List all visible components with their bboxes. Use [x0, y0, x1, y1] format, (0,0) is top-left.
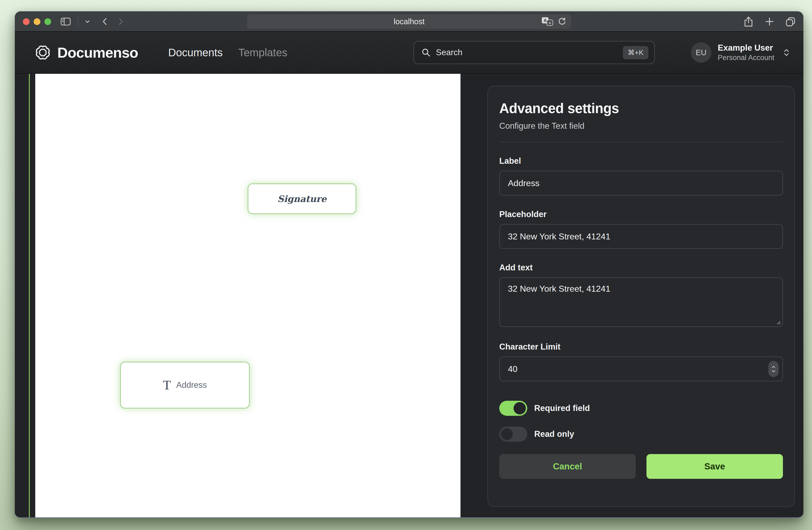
- address-bar[interactable]: localhost A ✳: [247, 14, 571, 29]
- stepper-up-icon: [772, 366, 775, 368]
- required-field-toggle[interactable]: [499, 401, 527, 416]
- user-account: Personal Account: [718, 53, 774, 62]
- signature-field-label: Signature: [277, 194, 327, 204]
- brand-logo[interactable]: Documenso: [35, 44, 138, 61]
- document-page: [35, 74, 461, 517]
- selector-chevrons-icon: [781, 48, 790, 57]
- app-header: Documenso Documents Templates ⌘+K EU Exa…: [15, 32, 803, 74]
- svg-text:✳: ✳: [548, 21, 552, 25]
- traffic-lights: [23, 18, 51, 25]
- text-field-label: Address: [176, 380, 207, 390]
- main-content: Signature T Address Advanced settings Co…: [15, 74, 803, 517]
- brand-name: Documenso: [57, 44, 138, 61]
- sidebar-icon: [60, 17, 71, 26]
- translate-button[interactable]: A ✳: [541, 17, 553, 26]
- browser-chrome: localhost A ✳: [15, 11, 803, 32]
- search-bar[interactable]: ⌘+K: [414, 41, 655, 64]
- tab-overview-button[interactable]: [785, 16, 796, 27]
- close-window-button[interactable]: [23, 18, 30, 25]
- character-limit-field-label: Character Limit: [499, 342, 783, 352]
- share-button[interactable]: [743, 16, 754, 27]
- chevron-down-icon: [85, 20, 90, 23]
- add-text-textarea[interactable]: 32 New York Street, 41241: [499, 277, 783, 327]
- toolbar-divider: [78, 17, 78, 26]
- panel-divider: [499, 142, 783, 142]
- share-icon: [743, 16, 754, 27]
- svg-text:A: A: [544, 18, 547, 23]
- translate-icon: A ✳: [541, 17, 553, 26]
- forward-button[interactable]: [119, 18, 123, 25]
- character-limit-input[interactable]: [499, 357, 783, 381]
- page-indicator-line: [29, 74, 30, 517]
- tab-group-chevron-button[interactable]: [85, 20, 90, 23]
- label-field-label: Label: [499, 156, 783, 166]
- new-tab-button[interactable]: [765, 17, 774, 26]
- read-only-toggle-label: Read only: [534, 429, 574, 439]
- sidebar-toggle-button[interactable]: [60, 17, 71, 26]
- required-field-toggle-label: Required field: [534, 403, 590, 413]
- reload-button[interactable]: [558, 17, 566, 26]
- cancel-button[interactable]: Cancel: [499, 454, 636, 479]
- nav-item-templates[interactable]: Templates: [238, 46, 287, 59]
- placeholder-input[interactable]: [499, 224, 783, 249]
- search-input[interactable]: [436, 48, 623, 57]
- chevron-right-icon: [119, 18, 123, 25]
- number-stepper[interactable]: [768, 361, 779, 377]
- add-text-field-label: Add text: [499, 263, 783, 273]
- label-input[interactable]: [499, 171, 783, 196]
- panel-title: Advanced settings: [499, 100, 783, 116]
- plus-icon: [765, 17, 774, 26]
- user-menu[interactable]: EU Example User Personal Account: [691, 42, 790, 63]
- user-name: Example User: [718, 43, 774, 53]
- nav-item-documents[interactable]: Documents: [168, 46, 222, 59]
- panel-subtitle: Configure the Text field: [499, 121, 783, 131]
- search-icon: [421, 48, 431, 57]
- save-button[interactable]: Save: [647, 454, 783, 479]
- chevron-left-icon: [103, 18, 107, 25]
- signature-field-box[interactable]: Signature: [248, 183, 356, 214]
- stepper-down-icon: [772, 370, 775, 373]
- main-nav: Documents Templates: [168, 46, 288, 59]
- reload-icon: [558, 17, 566, 26]
- search-shortcut-badge: ⌘+K: [623, 46, 648, 59]
- placeholder-field-label: Placeholder: [499, 210, 783, 219]
- browser-window: localhost A ✳: [15, 11, 803, 518]
- toggle-knob: [501, 428, 513, 440]
- text-type-icon: T: [163, 379, 171, 392]
- url-text: localhost: [394, 17, 424, 26]
- tabs-icon: [785, 16, 796, 27]
- read-only-toggle[interactable]: [499, 427, 527, 442]
- resize-handle-icon[interactable]: [777, 320, 781, 325]
- documenso-logo-icon: [35, 45, 50, 60]
- zoom-window-button[interactable]: [44, 18, 51, 25]
- text-field-box[interactable]: T Address: [120, 362, 250, 408]
- minimize-window-button[interactable]: [34, 18, 40, 25]
- toggle-knob: [513, 402, 526, 415]
- back-button[interactable]: [103, 18, 107, 25]
- advanced-settings-panel: Advanced settings Configure the Text fie…: [488, 86, 795, 507]
- avatar: EU: [691, 42, 711, 63]
